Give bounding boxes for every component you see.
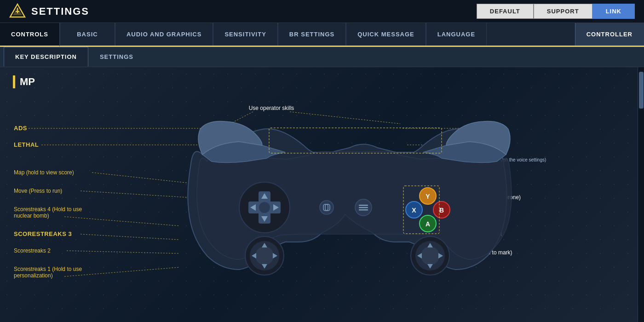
support-button[interactable]: SUPPORT: [534, 4, 592, 19]
tab-bar: CONTROLS BASIC AUDIO AND GRAPHICS SENSIT…: [0, 23, 644, 47]
svg-line-14: [64, 217, 179, 226]
svg-text:nuclear bomb): nuclear bomb): [14, 213, 49, 219]
svg-rect-64: [359, 205, 368, 206]
app-title: SETTINGS: [31, 6, 89, 17]
svg-line-16: [80, 234, 179, 240]
svg-text:Scorestreaks 4 (Hold to use: Scorestreaks 4 (Hold to use: [14, 206, 82, 213]
title-bar-accent: [13, 75, 15, 88]
link-button[interactable]: LINK: [592, 4, 635, 19]
svg-point-51: [255, 247, 274, 265]
svg-rect-66: [359, 209, 368, 211]
svg-text:personalization): personalization): [14, 272, 53, 279]
tab-quick-message[interactable]: QUICK MESSAGE: [346, 23, 426, 46]
tab-language[interactable]: LANGUAGE: [426, 23, 487, 46]
svg-text:B: B: [439, 207, 444, 214]
default-button[interactable]: DEFAULT: [477, 4, 534, 19]
svg-point-44: [259, 202, 270, 213]
tab-controls[interactable]: CONTROLS: [0, 23, 60, 47]
scrollbar-thumb[interactable]: [639, 72, 644, 109]
svg-rect-65: [359, 207, 368, 208]
header-left: SETTINGS: [9, 3, 89, 20]
svg-text:Map (hold to view score): Map (hold to view score): [14, 169, 74, 176]
header-buttons: DEFAULT SUPPORT LINK: [477, 4, 635, 19]
svg-text:Move (Press to run): Move (Press to run): [14, 188, 62, 194]
tab-audio-graphics[interactable]: AUDIO AND GRAPHICS: [115, 23, 213, 46]
tab-basic[interactable]: BASIC: [60, 23, 115, 46]
main-content: MP .dot-line { stroke: #e8c84a; stroke-w…: [0, 67, 644, 322]
svg-text:Scorestreaks 2: Scorestreaks 2: [14, 247, 51, 254]
svg-text:Use operator skills: Use operator skills: [249, 105, 294, 111]
scrollbar[interactable]: [638, 67, 644, 322]
sub-tab-bar: KEY DESCRIPTION SETTINGS: [0, 47, 644, 67]
svg-point-58: [421, 247, 439, 265]
svg-point-67: [320, 201, 334, 214]
svg-text:X: X: [412, 207, 416, 214]
svg-text:Y: Y: [426, 193, 430, 200]
svg-text:A: A: [426, 220, 430, 228]
svg-line-40: [290, 112, 400, 124]
section-title-text: MP: [20, 76, 35, 88]
section-title: MP: [13, 75, 35, 88]
logo-icon: [9, 3, 26, 20]
sub-tab-settings[interactable]: SETTINGS: [88, 47, 145, 67]
sub-tab-key-description[interactable]: KEY DESCRIPTION: [4, 47, 88, 67]
tab-sensitivity[interactable]: SENSITIVITY: [213, 23, 277, 46]
svg-text:LETHAL: LETHAL: [14, 141, 39, 148]
svg-line-11: [80, 191, 202, 198]
tab-controller[interactable]: CONTROLLER: [575, 23, 644, 46]
svg-text:ADS: ADS: [14, 125, 27, 132]
header: SETTINGS DEFAULT SUPPORT LINK: [0, 0, 644, 23]
controller-diagram: .dot-line { stroke: #e8c84a; stroke-widt…: [5, 92, 639, 318]
svg-text:SCORESTREAKS 3: SCORESTREAKS 3: [14, 230, 72, 237]
svg-line-9: [92, 172, 202, 184]
svg-text:Scorestreaks 1 (Hold to use: Scorestreaks 1 (Hold to use: [14, 266, 82, 272]
svg-line-18: [67, 251, 179, 253]
svg-line-39: [230, 112, 253, 124]
tab-br-settings[interactable]: BR SETTINGS: [278, 23, 346, 46]
